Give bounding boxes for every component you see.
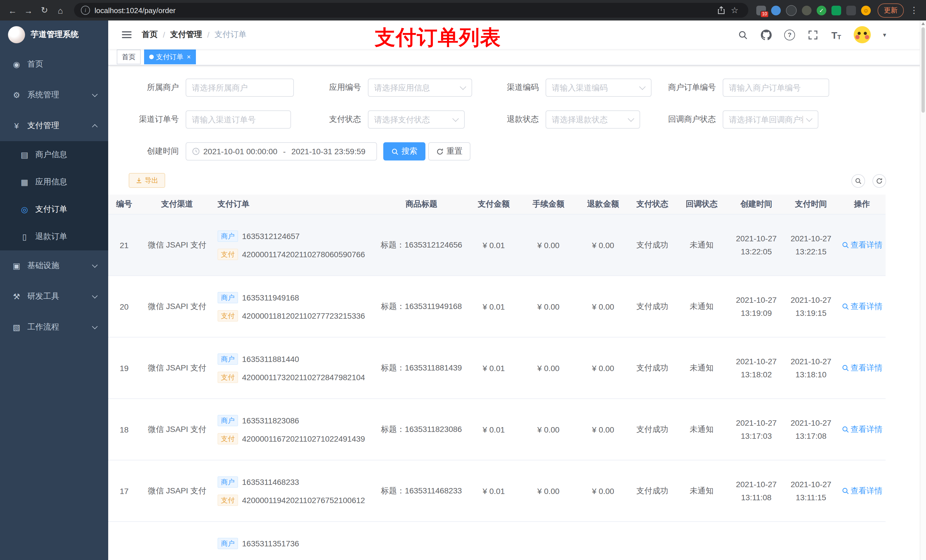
col-header-refund: 退款金额: [576, 195, 631, 214]
cell-id: [108, 522, 140, 560]
filter-create-time: 创建时间 2021-10-01 00:00:00 - 2021-10-31 23…: [129, 142, 377, 160]
bookmark-star-icon[interactable]: ☆: [728, 3, 741, 17]
pay-tag: 支付: [218, 310, 238, 321]
search-button[interactable]: 搜索: [383, 142, 425, 160]
browser-reload-icon[interactable]: ↻: [36, 2, 52, 18]
cell-title: 标题：1635311881439: [377, 338, 466, 398]
avatar-caret-down-icon[interactable]: ▾: [883, 31, 886, 38]
merchant-tag: 商户: [218, 292, 238, 303]
cell-notify-status: 未通知: [674, 460, 729, 521]
merchant-select[interactable]: [186, 78, 294, 97]
create-time-range-picker[interactable]: 2021-10-01 00:00:00 - 2021-10-31 23:59:5…: [186, 142, 377, 160]
export-button[interactable]: 导出: [129, 173, 165, 188]
scrollbar-thumb[interactable]: [921, 27, 925, 113]
cell-pay-status: 支付成功: [631, 276, 674, 337]
breadcrumb-pay-management[interactable]: 支付管理: [170, 30, 202, 40]
channel-code-select[interactable]: [546, 78, 652, 97]
extension-icon-2[interactable]: [771, 5, 781, 15]
pay-submenu: ▤ 商户信息 ▦ 应用信息 ◎ 支付订单 ▯ 退款订单: [0, 141, 108, 251]
address-bar[interactable]: i localhost:1024/pay/order ☆: [74, 3, 748, 18]
help-icon[interactable]: ?: [784, 29, 795, 41]
hamburger-icon[interactable]: [122, 34, 132, 35]
tab-home[interactable]: 首页: [117, 50, 141, 64]
create-date: 2021-10-27: [736, 293, 776, 306]
cell-pay-order: 商户 1635312124657 支付 42000011742021102780…: [214, 214, 377, 275]
pay-tag: 支付: [218, 371, 238, 383]
view-detail-link[interactable]: 查看详情: [841, 240, 882, 250]
merchant-order-line: 商户 1635311468233: [218, 476, 299, 488]
search-icon[interactable]: [737, 29, 749, 41]
app-logo[interactable]: 芋道管理系统: [0, 21, 108, 49]
filter-notify-status: 回调商户状态: [666, 110, 819, 128]
cell-refund: ¥ 0.00: [576, 460, 631, 521]
sidebar-item-refund-order[interactable]: ▯ 退款订单: [0, 223, 108, 251]
view-detail-link[interactable]: 查看详情: [841, 301, 882, 312]
browser-home-icon[interactable]: ⌂: [52, 2, 68, 18]
sidebar-item-app-info[interactable]: ▦ 应用信息: [0, 169, 108, 196]
channel-code-input[interactable]: [552, 83, 636, 92]
page-scrollbar[interactable]: [920, 21, 926, 560]
breadcrumb-home[interactable]: 首页: [142, 30, 158, 40]
tab-label: 首页: [122, 52, 136, 62]
share-icon[interactable]: [714, 3, 728, 17]
chevron-down-icon: [460, 83, 466, 90]
cell-title: [377, 522, 466, 560]
merchant-order-no-field[interactable]: [723, 78, 829, 97]
app-select-input[interactable]: [374, 83, 457, 92]
pin-extension-icon[interactable]: [846, 5, 856, 15]
merchant-card-icon: ▤: [20, 150, 30, 159]
tab-close-icon[interactable]: ×: [187, 53, 191, 60]
sidebar-item-devtools[interactable]: ⚒ 研发工具: [0, 281, 108, 312]
filter-label: 应用编号: [311, 83, 361, 93]
fullscreen-icon[interactable]: [807, 29, 819, 41]
extension-icon-3[interactable]: [786, 5, 797, 16]
font-size-icon[interactable]: TT: [831, 29, 842, 41]
tab-pay-order[interactable]: 支付订单 ×: [144, 50, 196, 64]
sidebar-item-label: 系统管理: [27, 90, 59, 100]
notify-status-input[interactable]: [729, 115, 803, 124]
sidebar-item-infrastructure[interactable]: ▣ 基础设施: [0, 251, 108, 281]
channel-order-no-field[interactable]: [186, 110, 291, 128]
pay-order-no: 4200001174202110278060590766: [242, 249, 365, 259]
cell-channel: 微信 JSAPI 支付: [140, 276, 214, 337]
reset-button[interactable]: 重置: [428, 142, 471, 160]
app-select[interactable]: [368, 78, 472, 97]
browser-profile-avatar[interactable]: ☺: [861, 5, 871, 15]
pay-status-select[interactable]: [368, 110, 465, 128]
sidebar-item-workflow[interactable]: ▧ 工作流程: [0, 312, 108, 343]
notify-status-select[interactable]: [723, 110, 819, 128]
refund-status-input[interactable]: [552, 115, 625, 124]
scrollbar-up-arrow-icon[interactable]: [921, 22, 925, 25]
refund-status-select[interactable]: [546, 110, 640, 128]
view-detail-link[interactable]: 查看详情: [841, 363, 882, 373]
extension-icon-4[interactable]: [802, 5, 811, 15]
cell-pay-time: 2021-10-27 13:11:15: [784, 460, 838, 521]
browser-back-icon[interactable]: ←: [5, 2, 21, 18]
merchant-order-no-input[interactable]: [729, 83, 823, 92]
toggle-search-button[interactable]: [851, 174, 865, 188]
extension-icon-5[interactable]: ✓: [817, 5, 826, 15]
channel-order-no-input[interactable]: [192, 115, 285, 124]
sidebar-item-pay-order[interactable]: ◎ 支付订单: [0, 196, 108, 223]
view-detail-link[interactable]: 查看详情: [841, 424, 882, 435]
sidebar-item-merchant-info[interactable]: ▤ 商户信息: [0, 141, 108, 169]
browser-update-button[interactable]: 更新: [878, 3, 904, 17]
pay-status-input[interactable]: [374, 115, 449, 124]
sidebar-item-system[interactable]: ⚙ 系统管理: [0, 80, 108, 110]
sidebar-item-home[interactable]: ◉ 首页: [0, 49, 108, 80]
chevron-down-icon: [92, 91, 98, 97]
refresh-table-button[interactable]: [873, 174, 886, 188]
view-detail-link[interactable]: 查看详情: [841, 486, 882, 496]
browser-forward-icon[interactable]: →: [21, 2, 36, 18]
extension-icon-6[interactable]: [831, 5, 841, 15]
extension-icon-1[interactable]: 10: [756, 5, 766, 15]
browser-menu-kebab-icon[interactable]: ⋮: [909, 2, 919, 18]
filter-label: 所属商户: [129, 83, 179, 93]
site-info-icon[interactable]: i: [81, 6, 90, 15]
merchant-input[interactable]: [192, 83, 287, 92]
browser-chrome: ← → ↻ ⌂ i localhost:1024/pay/order ☆ 10 …: [0, 0, 926, 21]
sidebar-item-pay[interactable]: ¥ 支付管理: [0, 110, 108, 141]
user-avatar[interactable]: [854, 26, 871, 43]
merchant-order-line: 商户 1635311949168: [218, 292, 299, 303]
github-icon[interactable]: [761, 29, 772, 41]
